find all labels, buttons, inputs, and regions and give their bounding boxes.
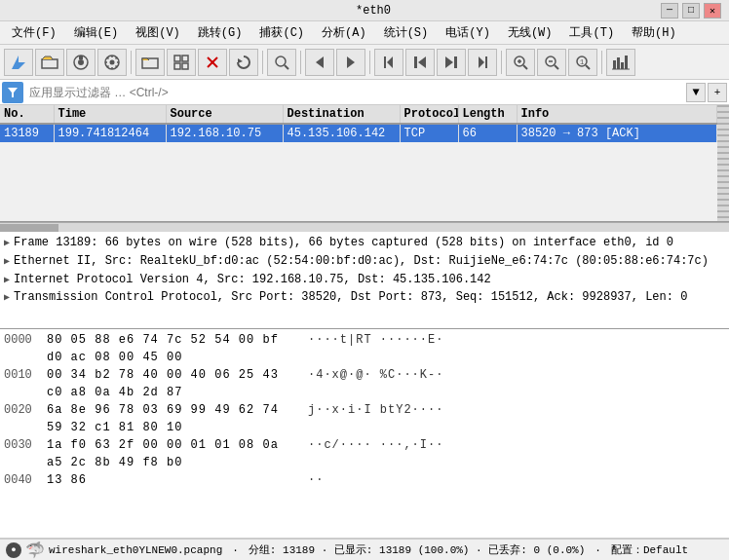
svg-line-28: [523, 65, 527, 69]
status-separator-1: ·: [232, 544, 239, 556]
tree-text-ip: Internet Protocol Version 4, Src: 192.16…: [14, 272, 725, 288]
svg-rect-24: [454, 56, 457, 68]
tree-arrow-tcp: ▶: [4, 291, 10, 305]
menu-edit[interactable]: 编辑(E): [66, 22, 127, 43]
toolbar-zoom-reset-btn[interactable]: 1: [568, 49, 597, 76]
toolbar-zoom-in-btn[interactable]: [506, 49, 535, 76]
tree-item-tcp[interactable]: ▶ Transmission Control Protocol, Src Por…: [0, 288, 729, 307]
hex-bytes-3: 1a f0 63 2f 00 00 01 01 08 0a a5 2c 8b 4…: [47, 436, 300, 471]
toolbar-back-btn[interactable]: [305, 49, 334, 76]
hex-offset-4: 0040: [4, 471, 39, 489]
toolbar-jump-prev-btn[interactable]: [405, 49, 435, 76]
status-profile: 配置：Default: [611, 542, 688, 557]
toolbar-new-btn[interactable]: [4, 49, 33, 76]
svg-rect-39: [621, 62, 624, 69]
menu-file[interactable]: 文件(F): [4, 22, 64, 43]
col-header-destination[interactable]: Destination: [283, 105, 400, 124]
hex-offset-0: 0000: [4, 331, 39, 366]
minimize-button[interactable]: ─: [661, 3, 678, 19]
filter-add-btn[interactable]: +: [708, 83, 727, 102]
wireshark-logo-icon: 🦈: [25, 541, 45, 560]
hscroll-thumb[interactable]: [0, 224, 58, 232]
window-controls: ─ □ ✕: [661, 3, 721, 19]
col-header-info[interactable]: Info: [517, 105, 717, 124]
svg-marker-19: [387, 56, 393, 68]
toolbar-jump-next-btn[interactable]: [437, 49, 466, 76]
hex-offset-1: 0010: [4, 366, 39, 401]
status-dot-icon: ●: [6, 542, 21, 558]
svg-point-15: [276, 56, 286, 66]
col-header-source[interactable]: Source: [166, 105, 283, 124]
svg-marker-0: [12, 56, 25, 69]
filter-dropdown-btn[interactable]: ▼: [686, 83, 706, 102]
menu-stats[interactable]: 统计(S): [376, 22, 437, 43]
toolbar-search-btn[interactable]: [267, 49, 296, 76]
toolbar-settings-btn[interactable]: [97, 49, 127, 76]
svg-rect-11: [182, 63, 188, 69]
toolbar-separator-5: [501, 51, 502, 74]
tree-text-ethernet: Ethernet II, Src: RealtekU_bf:d0:ac (52:…: [14, 253, 725, 270]
menu-tools[interactable]: 工具(T): [561, 22, 622, 43]
hscroll-track: [0, 224, 729, 232]
col-header-protocol[interactable]: Protocol: [400, 105, 458, 124]
toolbar-jump-end-btn[interactable]: [468, 49, 497, 76]
menu-bar: 文件(F) 编辑(E) 视图(V) 跳转(G) 捕获(C) 分析(A) 统计(S…: [0, 21, 729, 45]
hex-bytes-1: 00 34 b2 78 40 00 40 06 25 43 c0 a8 0a 4…: [47, 366, 300, 401]
toolbar-folder-btn[interactable]: [135, 49, 165, 76]
cell-info: 38520 → 873 [ACK]: [517, 124, 717, 142]
toolbar-zoom-out-btn[interactable]: [537, 49, 566, 76]
filter-input[interactable]: [25, 86, 686, 99]
maximize-button[interactable]: □: [682, 3, 700, 19]
svg-rect-22: [414, 56, 417, 68]
packet-table-hscroll[interactable]: [0, 222, 729, 232]
menu-capture[interactable]: 捕获(C): [251, 22, 312, 43]
svg-text:1: 1: [580, 58, 584, 66]
hex-row-0030: 0030 1a f0 63 2f 00 00 01 01 08 0a a5 2c…: [4, 436, 725, 471]
menu-analyze[interactable]: 分析(A): [314, 22, 374, 43]
close-button[interactable]: ✕: [704, 3, 721, 19]
svg-marker-21: [418, 56, 426, 68]
hex-offset-2: 0020: [4, 401, 39, 436]
toolbar-save-btn[interactable]: [66, 49, 96, 76]
tree-text-frame: Frame 13189: 66 bytes on wire (528 bits)…: [14, 235, 725, 251]
toolbar-grid-btn[interactable]: [167, 49, 196, 76]
svg-line-35: [586, 65, 590, 69]
window-title: *eth0: [86, 4, 661, 18]
hex-ascii-0: ····t|RT ······E·: [308, 331, 725, 366]
svg-marker-17: [316, 56, 324, 68]
hex-row-0010: 0010 00 34 b2 78 40 00 40 06 25 43 c0 a8…: [4, 366, 725, 401]
svg-marker-18: [347, 56, 355, 68]
tree-item-ip[interactable]: ▶ Internet Protocol Version 4, Src: 192.…: [0, 271, 729, 289]
svg-line-16: [285, 65, 288, 69]
menu-wireless[interactable]: 无线(W): [500, 22, 560, 43]
toolbar-separator-1: [131, 51, 132, 74]
toolbar-separator-3: [300, 51, 301, 74]
col-header-length[interactable]: Length: [458, 105, 517, 124]
menu-view[interactable]: 视图(V): [128, 22, 188, 43]
toolbar-open-btn[interactable]: [35, 49, 64, 76]
tree-item-ethernet[interactable]: ▶ Ethernet II, Src: RealtekU_bf:d0:ac (5…: [0, 252, 729, 271]
hex-bytes-2: 6a 8e 96 78 03 69 99 49 62 74 59 32 c1 8…: [47, 401, 300, 436]
col-header-no[interactable]: No.: [0, 105, 54, 124]
title-bar: *eth0 ─ □ ✕: [0, 0, 729, 21]
toolbar-close-btn[interactable]: [198, 49, 227, 76]
toolbar-reload-btn[interactable]: [229, 49, 258, 76]
cell-no: 13189: [0, 124, 54, 142]
table-row[interactable]: 13189 199.741812464 192.168.10.75 45.135…: [0, 124, 717, 142]
tree-item-frame[interactable]: ▶ Frame 13189: 66 bytes on wire (528 bit…: [0, 234, 729, 252]
filter-bar: ▼ +: [0, 80, 729, 105]
menu-phone[interactable]: 电话(Y): [438, 22, 498, 43]
toolbar-bar-chart-btn[interactable]: [606, 49, 635, 76]
vertical-scrollbar[interactable]: [717, 105, 729, 221]
menu-help[interactable]: 帮助(H): [624, 22, 684, 43]
tree-arrow-ip: ▶: [4, 274, 10, 287]
status-filename: wireshark_eth0YLNEW0.pcapng: [49, 544, 222, 556]
toolbar-jump-begin-btn[interactable]: [374, 49, 403, 76]
col-header-time[interactable]: Time: [54, 105, 166, 124]
hex-ascii-2: j··x·i·I btY2····: [308, 401, 725, 436]
hex-ascii-3: ··c/···· ···,·I··: [308, 436, 725, 471]
svg-rect-4: [79, 56, 83, 59]
toolbar-separator-6: [601, 51, 602, 74]
toolbar-forward-btn[interactable]: [336, 49, 365, 76]
menu-goto[interactable]: 跳转(G): [190, 22, 250, 43]
